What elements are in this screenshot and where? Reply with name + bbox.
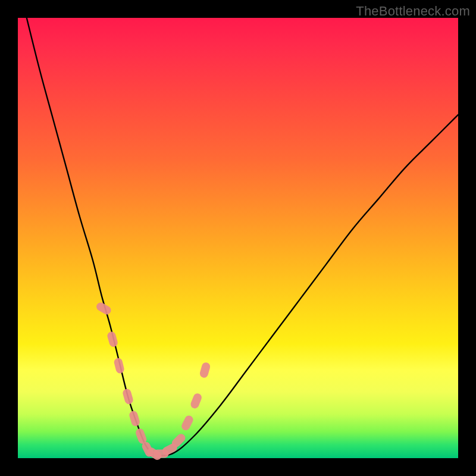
curve-svg bbox=[18, 18, 458, 458]
plot-area bbox=[18, 18, 458, 458]
curve-marker bbox=[129, 410, 141, 427]
curve-marker bbox=[189, 392, 203, 409]
curve-marker bbox=[199, 362, 211, 379]
watermark-text: TheBottleneck.com bbox=[356, 4, 470, 19]
curve-marker bbox=[107, 331, 119, 348]
curve-marker bbox=[180, 414, 195, 432]
curve-marker bbox=[113, 357, 125, 374]
curve-marker bbox=[122, 388, 134, 405]
chart-frame: TheBottleneck.com bbox=[0, 0, 476, 476]
bottleneck-curve bbox=[27, 18, 458, 456]
